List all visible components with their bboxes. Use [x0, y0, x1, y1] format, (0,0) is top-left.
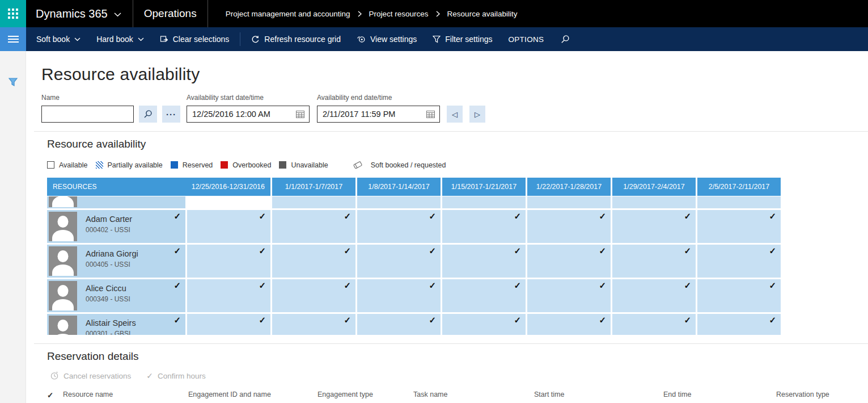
grid-header-week-4[interactable]: 1/22/2017-1/28/2017 — [526, 178, 611, 196]
availability-cell[interactable]: ✓ — [527, 314, 611, 335]
availability-cell[interactable]: ✓ — [272, 210, 355, 243]
availability-cell[interactable] — [442, 196, 526, 208]
calendar-icon[interactable] — [426, 110, 435, 119]
resource-cell[interactable]: Adam Carter000402 - USSI ✓ — [47, 210, 185, 243]
column-end-time[interactable]: End time — [663, 391, 776, 398]
clear-selections-button[interactable]: Clear selections — [152, 27, 238, 51]
avatar — [49, 316, 77, 335]
resource-cell[interactable]: Adriana Giorgi000405 - USSI ✓ — [47, 245, 185, 278]
hamburger-menu-button[interactable] — [0, 27, 26, 51]
resource-name: Adriana Giorgi — [86, 249, 138, 258]
availability-cell[interactable]: ✓ — [357, 210, 441, 243]
previous-period-button[interactable]: ◁ — [447, 106, 463, 123]
end-date-group: Availability end date/time 2/11/2017 11:… — [317, 94, 440, 123]
availability-cell[interactable]: ✓ — [357, 314, 441, 335]
availability-cell[interactable] — [527, 196, 611, 208]
availability-cell[interactable]: ✓ — [272, 245, 355, 278]
avatar — [49, 212, 77, 241]
selected-check-icon: ✓ — [259, 246, 266, 255]
grid-header-week-5[interactable]: 1/29/2017-2/4/2017 — [611, 178, 696, 196]
reservation-table-header: ✓ Resource name Engagement ID and name E… — [47, 391, 868, 403]
reservation-section-heading: Reservation details — [47, 350, 868, 363]
column-task-name[interactable]: Task name — [413, 391, 534, 398]
availability-cell[interactable]: ✓ — [187, 314, 270, 335]
availability-cell[interactable]: ✓ — [697, 314, 781, 335]
availability-cell[interactable] — [612, 196, 696, 208]
availability-cell[interactable]: ✓ — [612, 279, 696, 312]
availability-cell[interactable]: ✓ — [357, 245, 441, 278]
availability-cell[interactable]: ✓ — [442, 279, 526, 312]
column-engagement-type[interactable]: Engagement type — [317, 391, 413, 398]
breadcrumb-item-module[interactable]: Project management and accounting — [226, 10, 350, 18]
refresh-resource-grid-button[interactable]: Refresh resource grid — [243, 27, 349, 51]
start-date-input[interactable]: 12/25/2016 12:00 AM — [187, 106, 310, 123]
availability-cell[interactable]: ✓ — [442, 314, 526, 335]
availability-cell[interactable]: ✓ — [187, 210, 270, 243]
breadcrumb-item-page[interactable]: Resource availability — [447, 10, 518, 18]
options-menu[interactable]: OPTIONS — [500, 27, 552, 51]
availability-cell[interactable]: ✓ — [442, 210, 526, 243]
resource-id: 000301 - GBSI — [86, 330, 136, 335]
resource-cell[interactable] — [47, 196, 185, 208]
confirm-hours-button[interactable]: ✓ Confirm hours — [146, 371, 206, 380]
availability-cell[interactable] — [697, 196, 781, 208]
next-period-button[interactable]: ▷ — [469, 106, 485, 123]
name-search-button[interactable] — [139, 106, 157, 123]
availability-cell[interactable]: ✓ — [272, 279, 355, 312]
soft-booked-tag-icon — [352, 160, 363, 170]
grid-header-week-3[interactable]: 1/15/2017-1/21/2017 — [441, 178, 526, 196]
calendar-icon[interactable] — [295, 110, 305, 119]
soft-book-dropdown[interactable]: Soft book — [28, 27, 88, 51]
previous-icon: ◁ — [452, 110, 458, 119]
availability-cell[interactable]: ✓ — [612, 210, 696, 243]
availability-cell[interactable]: ✓ — [612, 245, 696, 278]
end-date-value: 2/11/2017 11:59 PM — [323, 110, 395, 119]
column-start-time[interactable]: Start time — [534, 391, 663, 398]
grid-header-week-2[interactable]: 1/8/2017-1/14/2017 — [355, 178, 441, 196]
sidebar-filter-icon[interactable] — [8, 77, 18, 87]
resource-cell[interactable]: Alistair Speirs000301 - GBSI ✓ — [47, 314, 185, 335]
selected-check-icon: ✓ — [769, 281, 776, 289]
resource-row: Adriana Giorgi000405 - USSI ✓ ✓ ✓ ✓ ✓ ✓ … — [47, 245, 781, 278]
app-name[interactable]: Operations — [133, 0, 208, 27]
availability-cell[interactable]: ✓ — [527, 279, 611, 312]
select-all-check-icon[interactable]: ✓ — [47, 391, 63, 400]
availability-cell[interactable]: ✓ — [187, 245, 270, 278]
availability-cell[interactable]: ✓ — [357, 279, 441, 312]
cancel-reservations-button[interactable]: Cancel reservations — [50, 371, 131, 380]
availability-cell[interactable] — [357, 196, 441, 208]
name-filter-group: Name ··· — [41, 94, 180, 123]
availability-cell[interactable]: ✓ — [187, 279, 270, 312]
resource-cell[interactable]: Alice Ciccu000349 - USSI ✓ — [47, 279, 185, 312]
availability-cell[interactable] — [187, 196, 270, 208]
name-ellipsis-button[interactable]: ··· — [162, 106, 180, 123]
availability-cell[interactable]: ✓ — [612, 314, 696, 335]
name-input[interactable] — [41, 106, 134, 123]
grid-header-week-6[interactable]: 2/5/2017-2/11/2017 — [696, 178, 781, 196]
avatar — [49, 281, 77, 310]
grid-section-heading: Resource availability — [47, 138, 868, 150]
view-settings-button[interactable]: View settings — [349, 27, 425, 51]
availability-cell[interactable] — [272, 196, 355, 208]
product-menu[interactable]: Dynamics 365 — [26, 0, 133, 27]
grid-header-resources[interactable]: RESOURCES 12/25/2016-12/31/2016 — [47, 178, 270, 196]
column-reservation-type[interactable]: Reservation type — [776, 391, 868, 398]
resource-name: Alice Ciccu — [86, 284, 130, 293]
availability-cell[interactable]: ✓ — [442, 245, 526, 278]
availability-cell[interactable]: ✓ — [697, 210, 781, 243]
availability-cell[interactable]: ✓ — [697, 279, 781, 312]
column-engagement-id[interactable]: Engagement ID and name — [188, 391, 317, 398]
availability-cell[interactable]: ✓ — [272, 314, 355, 335]
avatar — [49, 246, 77, 276]
grid-header-week-1[interactable]: 1/1/2017-1/7/2017 — [270, 178, 355, 196]
end-date-input[interactable]: 2/11/2017 11:59 PM — [317, 106, 440, 123]
app-launcher-button[interactable] — [0, 0, 26, 27]
availability-cell[interactable]: ✓ — [527, 210, 611, 243]
toolbar-search-button[interactable] — [552, 27, 579, 51]
breadcrumb-item-section[interactable]: Project resources — [369, 10, 429, 18]
column-resource-name[interactable]: Resource name — [63, 391, 188, 398]
availability-cell[interactable]: ✓ — [697, 245, 781, 278]
availability-cell[interactable]: ✓ — [527, 245, 611, 278]
filter-settings-button[interactable]: Filter settings — [425, 27, 500, 51]
hard-book-dropdown[interactable]: Hard book — [88, 27, 152, 51]
